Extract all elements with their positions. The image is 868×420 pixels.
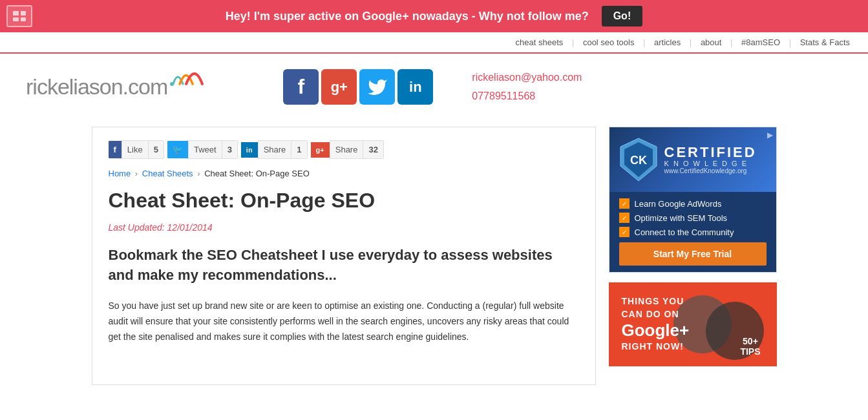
gp-share-count: 32 [363, 140, 383, 159]
logo-arrow-icon [170, 67, 206, 107]
li-share-icon: in [241, 142, 258, 158]
twitter-icon[interactable] [359, 69, 395, 105]
googleplus-share-button[interactable]: g+ Share 32 [311, 140, 384, 159]
svg-point-0 [170, 82, 174, 86]
breadcrumb-cheat-sheets[interactable]: Cheat Sheets [142, 169, 193, 178]
nav-sep-2: | [643, 37, 645, 47]
ck-cta-button[interactable]: Start My Free Trial [619, 242, 767, 266]
intro-heading: Bookmark the SEO Cheatsheet I use everyd… [109, 246, 579, 286]
ck-ad-body: ✓ Learn Google AdWords ✓ Optimize with S… [609, 192, 776, 272]
google-plus-icon[interactable]: g+ [321, 69, 357, 105]
gp-ad-main: Google+ [622, 320, 690, 341]
email-text: rickeliason@yahoo.com [472, 68, 582, 87]
ck-title-sub: K N O W L E D G E [664, 160, 757, 167]
facebook-icon[interactable]: f [283, 69, 319, 105]
article-paragraph: So you have just set up brand new site o… [109, 299, 579, 344]
logo-container: rickeliason.com [26, 67, 206, 107]
li-share-label: Share [258, 140, 292, 159]
nav-sep-5: | [789, 37, 791, 47]
ck-list-item-3: ✓ Connect to the Community [619, 227, 767, 237]
nav-sep-1: | [572, 37, 574, 47]
ck-title-main: CERTIFIED [664, 145, 757, 160]
certified-knowledge-ad[interactable]: ▶ CK CERTIFIED K N O W L E D G E www.Cer… [609, 127, 777, 273]
google-plus-ad[interactable]: THINGS YOU CAN DO ON Google+ RIGHT NOW! … [609, 282, 777, 366]
go-button[interactable]: Go! [602, 6, 643, 26]
page-title: Cheat Sheet: On-Page SEO [109, 188, 579, 213]
nav-articles[interactable]: articles [654, 37, 681, 47]
content-area: f Like 5 🐦 Tweet 3 in Share 1 g+ Share 3… [92, 127, 596, 385]
phone-text: 07789511568 [472, 87, 582, 106]
breadcrumb: Home › Cheat Sheets › Cheat Sheet: On-Pa… [109, 169, 579, 178]
ck-checkbox-1: ✓ [619, 198, 630, 209]
ck-title-block: CERTIFIED K N O W L E D G E www.Certifie… [664, 145, 757, 174]
site-logo-text: rickeliason.com [26, 67, 206, 107]
site-logo-icon [6, 5, 32, 27]
share-bar: f Like 5 🐦 Tweet 3 in Share 1 g+ Share 3… [109, 140, 579, 159]
nav-8amseo[interactable]: #8amSEO [741, 37, 780, 47]
breadcrumb-sep-2: › [197, 169, 200, 178]
tw-tweet-label: Tweet [188, 140, 222, 159]
li-share-count: 1 [291, 140, 307, 159]
shield-svg: CK [619, 137, 658, 182]
facebook-like-button[interactable]: f Like 5 [109, 140, 164, 159]
gp-tips-count: 50+ TIPS [740, 336, 760, 357]
gp-share-icon: g+ [311, 142, 330, 158]
ck-shield: CK [619, 137, 658, 182]
gp-ad-title-1: THINGS YOU [622, 295, 684, 308]
sidebar: ▶ CK CERTIFIED K N O W L E D G E www.Cer… [609, 127, 777, 385]
article-body: So you have just set up brand new site o… [109, 299, 579, 344]
last-updated: Last Updated: 12/01/2014 [109, 222, 579, 233]
ck-title-url: www.CertifiedKnowledge.org [664, 167, 757, 174]
ad-info-icon[interactable]: ▶ [767, 131, 773, 140]
gp-tips-label: TIPS [740, 346, 760, 357]
linkedin-share-button[interactable]: in Share 1 [241, 140, 308, 159]
nav-stats-facts[interactable]: Stats & Facts [800, 37, 850, 47]
ck-checkbox-3: ✓ [619, 227, 630, 237]
nav-bar: cheat sheets | cool seo tools | articles… [0, 32, 868, 54]
fb-like-label: Like [122, 140, 149, 159]
tw-tweet-icon: 🐦 [167, 141, 188, 158]
main-content: f Like 5 🐦 Tweet 3 in Share 1 g+ Share 3… [79, 120, 790, 398]
ck-list-label-1: Learn Google AdWords [635, 199, 722, 209]
ck-list-item-1: ✓ Learn Google AdWords [619, 198, 767, 209]
contact-info: rickeliason@yahoo.com 07789511568 [472, 68, 582, 106]
linkedin-icon[interactable]: in [397, 69, 433, 105]
fb-like-icon: f [109, 141, 122, 158]
banner-message: Hey! I'm super active on Google+ nowaday… [226, 10, 589, 23]
twitter-tweet-button[interactable]: 🐦 Tweet 3 [167, 140, 238, 159]
tw-tweet-count: 3 [222, 140, 238, 159]
nav-cheat-sheets[interactable]: cheat sheets [516, 37, 564, 47]
ck-list-label-2: Optimize with SEM Tools [635, 213, 728, 223]
social-icons-group: f g+ in [283, 69, 433, 105]
svg-text:CK: CK [630, 154, 647, 167]
nav-about[interactable]: about [701, 37, 722, 47]
gp-ad-title-4: RIGHT NOW! [622, 341, 684, 353]
gp-share-label: Share [330, 140, 364, 159]
nav-sep-3: | [690, 37, 692, 47]
nav-cool-seo-tools[interactable]: cool seo tools [583, 37, 635, 47]
fb-like-count: 5 [149, 140, 164, 159]
breadcrumb-home[interactable]: Home [109, 169, 131, 178]
ck-ad-header: ▶ CK CERTIFIED K N O W L E D G E www.Cer… [609, 127, 776, 192]
ck-list-label-3: Connect to the Community [635, 227, 734, 237]
breadcrumb-current: Cheat Sheet: On-Page SEO [204, 169, 310, 178]
logo-waves-svg [170, 67, 206, 102]
gp-ad-title-2: CAN DO ON [622, 308, 679, 321]
breadcrumb-sep-1: › [135, 169, 138, 178]
ck-list-item-2: ✓ Optimize with SEM Tools [619, 213, 767, 223]
site-header: rickeliason.com f g+ in rickeliason@yaho… [0, 54, 868, 120]
nav-sep-4: | [730, 37, 732, 47]
twitter-bird-icon [367, 77, 388, 98]
ck-checkbox-2: ✓ [619, 213, 630, 223]
